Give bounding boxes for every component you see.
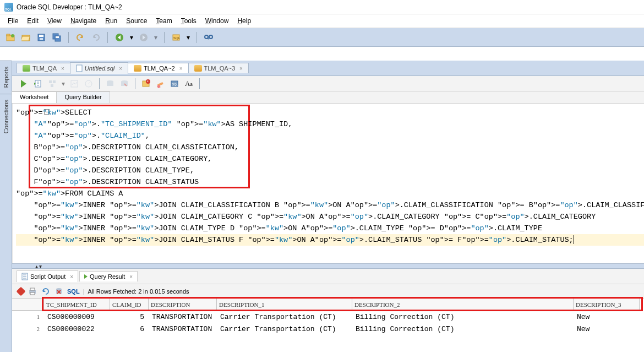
history-icon[interactable]: SQL [168, 78, 181, 90]
svg-rect-39 [30, 288, 35, 290]
svg-rect-21 [53, 80, 56, 83]
menu-edit[interactable]: Edit [23, 15, 43, 26]
svg-rect-20 [49, 80, 52, 83]
fetch-status: All Rows Fetched: 2 in 0.015 seconds [88, 288, 189, 295]
svg-rect-1 [7, 34, 10, 36]
db-icon [23, 65, 30, 72]
side-tab-connections[interactable]: Connections [0, 94, 12, 139]
svg-text:*: * [147, 80, 149, 84]
svg-text:SQL: SQL [173, 36, 181, 40]
editor-tab[interactable]: Untitled.sql× [70, 62, 128, 74]
output-tabs: Script Output × Query Result × [12, 269, 644, 284]
refresh-icon[interactable] [41, 286, 51, 296]
title-bar: Oracle SQL Developer : TLM_QA~2 [0, 0, 644, 14]
redo-icon[interactable] [90, 31, 102, 44]
close-icon[interactable]: × [119, 66, 122, 72]
tab-script-output[interactable]: Script Output × [17, 270, 78, 282]
results-grid[interactable]: TC_SHIPMENT_ID CLAIM_ID DESCRIPTION DESC… [12, 299, 644, 335]
menu-run[interactable]: Run [101, 15, 122, 26]
new-folder-icon[interactable] [4, 31, 17, 44]
highlight-box-headers [42, 297, 643, 311]
clear-icon[interactable] [154, 78, 166, 90]
undo-icon[interactable] [74, 31, 86, 44]
back-icon[interactable] [113, 31, 125, 44]
case-icon[interactable]: Aa [183, 78, 195, 90]
svg-point-2 [11, 34, 14, 37]
svg-rect-23 [71, 80, 78, 87]
forward-icon[interactable] [138, 31, 150, 44]
pin-icon[interactable] [17, 286, 26, 296]
splitter[interactable]: ▴▾ [12, 263, 644, 269]
menu-team[interactable]: Team [151, 15, 176, 26]
svg-rect-6 [39, 35, 43, 37]
sql-editor[interactable]: − "op">="kw">SELECT "A""op">="op">."TC_S… [12, 104, 644, 263]
worksheet-sub-tabs: Worksheet Query Builder [12, 91, 644, 104]
open-icon[interactable] [20, 31, 32, 44]
sql-link[interactable]: SQL [67, 288, 80, 295]
editor-tabs: TLM_QA×Untitled.sql×TLM_QA~2×TLM_QA~3× [12, 61, 644, 76]
editor-tab[interactable]: TLM_QA~3× [188, 63, 249, 73]
unshared-worksheet-icon[interactable]: * [140, 78, 152, 90]
menu-tools[interactable]: Tools [177, 15, 201, 26]
menu-window[interactable]: Window [201, 15, 233, 26]
sql-icon [194, 65, 202, 72]
delete-icon[interactable] [54, 286, 64, 296]
svg-line-25 [89, 82, 90, 84]
side-tab-reports[interactable]: Reports [0, 61, 12, 94]
svg-rect-40 [30, 293, 35, 295]
editor-tab[interactable]: TLM_QA~2× [128, 63, 188, 73]
forward-dropdown[interactable]: ▾ [153, 34, 159, 41]
menu-source[interactable]: Source [122, 15, 151, 26]
sql-worksheet-dropdown[interactable]: ▾ [185, 34, 191, 41]
close-icon[interactable]: × [61, 66, 64, 72]
back-dropdown[interactable]: ▾ [129, 34, 134, 41]
svg-rect-22 [51, 84, 53, 87]
autotrace-icon[interactable] [68, 78, 80, 90]
commit-icon[interactable] [104, 78, 116, 90]
svg-point-16 [209, 35, 212, 39]
explain-dropdown[interactable]: ▾ [61, 80, 66, 88]
close-icon[interactable]: × [179, 66, 183, 72]
svg-rect-4 [21, 36, 30, 41]
run-icon[interactable] [18, 78, 30, 90]
svg-rect-7 [40, 38, 43, 40]
close-icon[interactable]: × [129, 274, 133, 280]
close-icon[interactable]: × [70, 274, 73, 280]
sql-worksheet-icon[interactable]: SQL [170, 31, 182, 44]
table-row[interactable]: 1CS0000000095TRANSPORTATIONCarrier Trans… [12, 311, 644, 323]
svg-text:SQL: SQL [172, 83, 179, 86]
editor-tab[interactable]: TLM_QA× [17, 63, 70, 73]
run-icon [84, 274, 88, 279]
menu-help[interactable]: Help [233, 15, 255, 26]
paper-icon [76, 64, 83, 72]
svg-rect-10 [56, 36, 59, 38]
menu-file[interactable]: File [3, 15, 23, 26]
sql-icon [134, 65, 141, 72]
paper-icon [21, 273, 28, 280]
svg-rect-18 [77, 65, 82, 72]
window-title: Oracle SQL Developer : TLM_QA~2 [17, 3, 122, 11]
app-icon [4, 3, 13, 12]
print-icon[interactable] [28, 286, 37, 296]
editor-toolbar: ▾ * SQL Aa [12, 76, 644, 91]
menu-bar: FileEditViewNavigateRunSourceTeamToolsWi… [0, 14, 644, 28]
menu-navigate[interactable]: Navigate [66, 15, 101, 26]
run-script-icon[interactable] [32, 78, 44, 90]
tab-query-result[interactable]: Query Result × [79, 271, 138, 281]
tuning-icon[interactable] [83, 78, 95, 90]
table-row[interactable]: 2CS0000000226TRANSPORTATIONCarrier Trans… [12, 323, 644, 335]
svg-rect-27 [107, 82, 113, 86]
save-icon[interactable] [35, 31, 47, 44]
menu-view[interactable]: View [43, 15, 66, 26]
main-toolbar: ▾ ▾ SQL ▾ [0, 28, 644, 47]
sub-tab-worksheet[interactable]: Worksheet [12, 91, 57, 103]
sub-tab-query-builder[interactable]: Query Builder [56, 91, 110, 103]
find-icon[interactable] [203, 31, 215, 44]
close-icon[interactable]: × [239, 66, 243, 72]
save-all-icon[interactable] [51, 31, 63, 44]
rollback-icon[interactable] [118, 78, 130, 90]
explain-plan-icon[interactable] [46, 78, 58, 90]
svg-line-17 [208, 38, 209, 39]
